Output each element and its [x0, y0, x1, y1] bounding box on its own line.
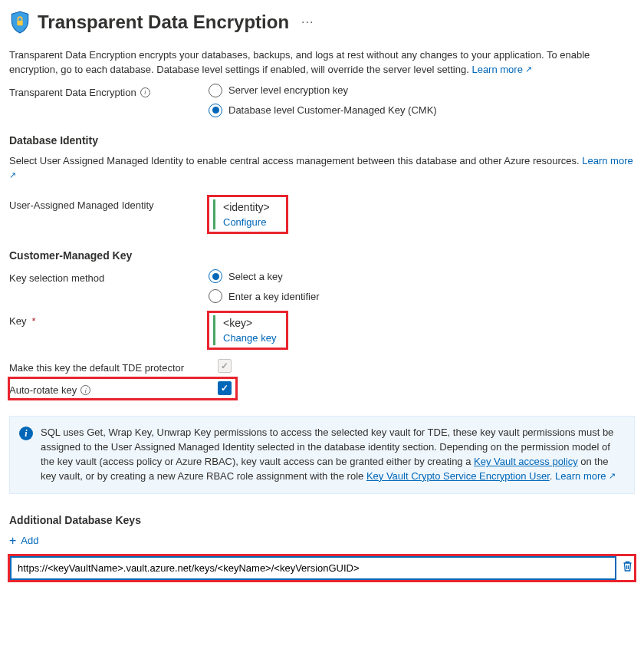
- key-selection-label: Key selection method: [9, 269, 209, 284]
- radio-server-level-key[interactable]: Server level encryption key: [209, 84, 635, 97]
- tde-mode-label: Transparent Data Encryption i: [9, 84, 209, 98]
- check-icon: ✓: [221, 361, 228, 371]
- section-additional-keys: Additional Database Keys: [9, 514, 635, 526]
- delete-key-icon[interactable]: [622, 560, 633, 576]
- page-title: Transparent Data Encryption: [38, 12, 289, 33]
- radio-unchecked-icon: [209, 289, 222, 303]
- highlight-key: <key> Change key: [209, 312, 287, 348]
- autorotate-row: Auto-rotate key i ✓: [9, 378, 236, 399]
- add-key-button[interactable]: + Add: [9, 534, 635, 548]
- radio-unchecked-icon: [209, 84, 222, 97]
- radio-enter-key-identifier[interactable]: Enter a key identifier: [209, 289, 635, 303]
- default-protector-row: Make this key the default TDE protector …: [9, 359, 635, 374]
- key-label: Key*: [9, 312, 209, 327]
- tde-mode-row: Transparent Data Encryption i Server lev…: [9, 84, 635, 117]
- default-protector-label: Make this key the default TDE protector: [9, 359, 209, 374]
- kv-crypto-role-link[interactable]: Key Vault Crypto Service Encryption User: [366, 470, 550, 482]
- identity-selected-block: <identity> Configure: [213, 199, 282, 229]
- additional-key-input[interactable]: [11, 557, 616, 579]
- shield-lock-icon: [9, 9, 30, 35]
- identity-configure-link[interactable]: Configure: [223, 216, 266, 228]
- highlight-identity: <identity> Configure: [209, 196, 287, 232]
- check-icon: ✓: [221, 384, 228, 393]
- svg-rect-0: [17, 20, 23, 25]
- permissions-infobox: i SQL uses Get, Wrap Key, Unwrap Key per…: [9, 416, 635, 493]
- intro-text: Transparent Data Encryption encrypts you…: [9, 48, 635, 77]
- radio-db-level-cmk[interactable]: Database level Customer-Managed Key (CMK…: [209, 104, 635, 117]
- autorotate-checkbox[interactable]: ✓: [218, 381, 232, 395]
- identity-value: <identity>: [223, 201, 282, 213]
- identity-desc: Select User Assigned Managed Identity to…: [9, 154, 635, 183]
- radio-checked-icon: [209, 104, 222, 117]
- info-icon[interactable]: i: [140, 87, 150, 97]
- more-actions-icon[interactable]: ···: [301, 15, 314, 29]
- info-icon[interactable]: i: [80, 385, 90, 395]
- uami-label: User-Assigned Managed Identity: [9, 196, 209, 211]
- section-cmk: Customer-Managed Key: [9, 249, 635, 262]
- intro-learn-more-link[interactable]: Learn more: [472, 64, 532, 75]
- plus-icon: +: [9, 534, 16, 548]
- default-protector-checkbox: ✓: [218, 359, 232, 373]
- key-selected-block: <key> Change key: [213, 315, 282, 345]
- key-selection-row: Key selection method Select a key Enter …: [9, 269, 635, 303]
- uami-row: User-Assigned Managed Identity <identity…: [9, 196, 635, 232]
- key-row: Key* <key> Change key: [9, 312, 635, 348]
- info-icon: i: [19, 427, 33, 440]
- autorotate-label: Auto-rotate key i: [9, 381, 209, 396]
- radio-select-a-key[interactable]: Select a key: [209, 269, 635, 283]
- infobox-learn-more-link[interactable]: Learn more: [555, 470, 616, 482]
- kv-access-policy-link[interactable]: Key Vault access policy: [474, 456, 578, 467]
- key-value: <key>: [223, 317, 282, 329]
- infobox-text: SQL uses Get, Wrap Key, Unwrap Key permi…: [41, 426, 623, 483]
- radio-checked-icon: [209, 269, 222, 283]
- section-database-identity: Database Identity: [9, 134, 635, 147]
- highlight-key-input: [9, 555, 635, 581]
- change-key-link[interactable]: Change key: [223, 332, 276, 344]
- required-asterisk: *: [31, 315, 35, 327]
- page-header: Transparent Data Encryption ···: [9, 9, 635, 35]
